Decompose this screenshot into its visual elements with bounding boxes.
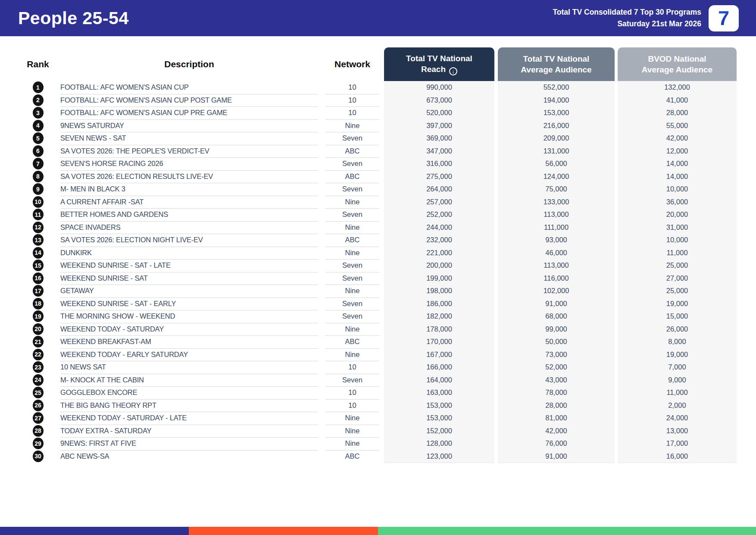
rank-badge: 14 [33,247,44,259]
total-tv-reach-cell: 257,000 [384,196,494,209]
bvod-average-audience-cell: 55,000 [618,119,737,133]
bvod-average-audience-cell: 9,000 [618,374,737,387]
rank-cell: 25 [26,386,50,399]
network-cell: Nine [325,412,379,425]
total-tv-reach-cell: 153,000 [384,412,494,425]
total-tv-reach-cell: 673,000 [384,94,494,107]
program-description-cell: SEVEN'S HORSE RACING 2026 [60,157,318,171]
table-row: 12SPACE INVADERSNine244,000111,00031,000 [26,221,737,234]
sort-descending-icon[interactable]: ↓ [449,67,457,75]
rank-cell: 4 [26,119,50,132]
program-description-cell: WEEKEND SUNRISE - SAT [60,272,318,285]
rank-cell: 23 [26,361,50,374]
rank-cell: 20 [26,323,50,336]
bvod-average-audience-cell: 2,000 [618,399,737,413]
program-description-cell: M- KNOCK AT THE CABIN [60,374,318,387]
rank-cell: 27 [26,412,50,425]
table-row: 13SA VOTES 2026: ELECTION NIGHT LIVE-EVA… [26,234,737,247]
program-description-cell: WEEKEND TODAY - SATURDAY - LATE [60,412,318,425]
total-tv-average-audience-cell: 46,000 [498,247,615,260]
rank-cell: 14 [26,247,50,260]
program-description-cell: SA VOTES 2026: ELECTION RESULTS LIVE-EV [60,170,318,184]
total-tv-reach-cell: 186,000 [384,297,494,311]
rank-badge: 7 [33,158,44,169]
bvod-average-audience-cell: 27,000 [618,272,737,285]
table-row: 8SA VOTES 2026: ELECTION RESULTS LIVE-EV… [26,170,737,183]
rank-badge: 28 [33,425,44,437]
rank-cell: 18 [26,297,50,310]
report-subtitle-line1: Total TV Consolidated 7 Top 30 Programs [553,6,701,18]
total-tv-average-audience-cell: 75,000 [498,183,615,196]
table-row: 20WEEKEND TODAY - SATURDAYNine178,00099,… [26,323,737,336]
total-tv-average-audience-cell: 124,000 [498,170,615,184]
table-row: 2FOOTBALL: AFC WOMEN'S ASIAN CUP POST GA… [26,94,737,107]
rank-cell: 17 [26,285,50,297]
rank-cell: 19 [26,310,50,323]
total-tv-average-audience-cell: 56,000 [498,157,615,171]
column-header-total-tv-reach[interactable]: Total TV National Reach↓ [384,47,494,81]
rank-badge: 8 [33,171,44,182]
total-tv-average-audience-cell: 78,000 [498,386,615,400]
rank-cell: 11 [26,208,50,221]
bvod-average-audience-cell: 20,000 [618,208,737,222]
table-row: 6SA VOTES 2026: THE PEOPLE'S VERDICT-EVA… [26,145,737,158]
total-tv-reach-cell: 520,000 [384,106,494,120]
reach-header-line2: Reach↓ [421,64,457,75]
column-header-bvod-average-audience[interactable]: BVOD National Average Audience [618,47,737,81]
rank-badge: 13 [33,234,44,246]
bvod-average-audience-cell: 17,000 [618,437,737,451]
network-cell: Nine [325,247,379,260]
total-tv-average-audience-cell: 133,000 [498,196,615,209]
program-description-cell: WEEKEND TODAY - SATURDAY [60,323,318,336]
report-subtitle-line2: Saturday 21st Mar 2026 [553,18,701,30]
program-description-cell: GOGGLEBOX ENCORE [60,386,318,400]
bvod-header-line2: Average Audience [642,64,712,75]
total-tv-reach-cell: 347,000 [384,145,494,158]
rank-badge: 16 [33,272,44,284]
program-description-cell: SPACE INVADERS [60,221,318,235]
table-row: 5SEVEN NEWS - SATSeven369,000209,00042,0… [26,132,737,145]
rank-cell: 22 [26,348,50,361]
rank-badge: 10 [33,196,44,208]
rank-badge: 22 [33,349,44,360]
total-tv-reach-cell: 170,000 [384,335,494,349]
total-tv-average-audience-cell: 43,000 [498,374,615,387]
program-description-cell: FOOTBALL: AFC WOMEN'S ASIAN CUP POST GAM… [60,94,318,107]
network-cell: Seven [325,157,379,171]
rank-cell: 30 [26,450,50,463]
rank-badge: 30 [33,451,44,462]
table-header-row: Rank Description Network Total TV Nation… [26,47,737,81]
total-tv-average-audience-cell: 111,000 [498,221,615,235]
table-row: 19THE MORNING SHOW - WEEKENDSeven182,000… [26,310,737,323]
total-tv-average-audience-cell: 209,000 [498,132,615,145]
reach-header-label: Reach [421,65,446,74]
program-description-cell: SA VOTES 2026: THE PEOPLE'S VERDICT-EV [60,145,318,158]
total-tv-reach-cell: 153,000 [384,399,494,413]
table-row: 30ABC NEWS-SAABC123,00091,00016,000 [26,450,737,463]
bvod-average-audience-cell: 19,000 [618,297,737,311]
total-tv-average-audience-cell: 116,000 [498,272,615,285]
bvod-average-audience-cell: 31,000 [618,221,737,235]
network-cell: 10 [325,94,379,107]
rank-badge: 15 [33,260,44,271]
program-description-cell: THE BIG BANG THEORY RPT [60,399,318,413]
total-tv-average-audience-cell: 131,000 [498,145,615,158]
table-row: 27WEEKEND TODAY - SATURDAY - LATENine153… [26,412,737,425]
program-description-cell: WEEKEND TODAY - EARLY SATURDAY [60,348,318,362]
total-tv-reach-cell: 232,000 [384,234,494,247]
bvod-average-audience-cell: 36,000 [618,196,737,209]
network-cell: Nine [325,285,379,298]
network-cell: Nine [325,425,379,438]
program-description-cell: 10 NEWS SAT [60,361,318,374]
column-header-total-tv-average-audience[interactable]: Total TV National Average Audience [498,47,615,81]
rank-cell: 21 [26,335,50,348]
table-row: 21WEEKEND BREAKFAST-AMABC170,00050,0008,… [26,335,737,348]
program-description-cell: FOOTBALL: AFC WOMEN'S ASIAN CUP PRE GAME [60,106,318,120]
bvod-average-audience-cell: 19,000 [618,348,737,362]
bvod-average-audience-cell: 24,000 [618,412,737,425]
network-cell: 10 [325,361,379,374]
rank-badge: 5 [33,132,44,144]
bvod-average-audience-cell: 7,000 [618,361,737,374]
total-tv-reach-cell: 244,000 [384,221,494,235]
program-description-cell: GETAWAY [60,285,318,298]
